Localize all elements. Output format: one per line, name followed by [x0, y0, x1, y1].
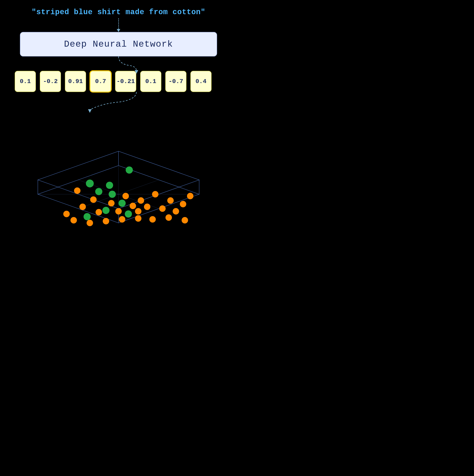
dnn-label: Deep Neural Network [64, 39, 173, 49]
dnn-to-embed-arrow [20, 56, 217, 74]
svg-point-20 [138, 197, 144, 204]
svg-point-41 [109, 191, 116, 198]
svg-point-26 [173, 208, 179, 215]
svg-point-19 [130, 203, 136, 209]
dashed-line-1 [118, 18, 119, 29]
svg-point-43 [125, 210, 132, 218]
svg-point-16 [108, 200, 114, 206]
svg-point-29 [63, 211, 70, 217]
query-to-dnn-arrow [117, 18, 120, 32]
svg-point-24 [159, 205, 166, 212]
svg-point-37 [182, 217, 188, 223]
svg-marker-0 [135, 70, 138, 74]
svg-point-33 [119, 216, 125, 222]
svg-point-34 [135, 215, 141, 222]
diagram: "striped blue shirt made from cotton" De… [11, 4, 226, 234]
svg-point-45 [83, 213, 91, 220]
svg-point-32 [103, 218, 109, 224]
svg-point-12 [74, 187, 81, 194]
svg-point-28 [187, 193, 194, 199]
svg-point-46 [86, 180, 94, 187]
svg-point-14 [80, 204, 86, 210]
svg-point-42 [118, 200, 126, 207]
svg-point-44 [102, 207, 110, 214]
svg-point-17 [115, 208, 122, 215]
dnn-box: Deep Neural Network [20, 32, 217, 56]
query-text: "striped blue shirt made from cotton" [32, 8, 205, 17]
svg-point-13 [90, 196, 97, 203]
arrow-head-1 [117, 29, 120, 32]
svg-point-40 [95, 188, 102, 195]
svg-point-35 [149, 216, 156, 222]
svg-point-15 [96, 209, 102, 215]
svg-point-18 [122, 193, 129, 199]
scatter-plot [20, 108, 217, 230]
svg-point-27 [180, 201, 186, 207]
svg-point-23 [152, 191, 159, 197]
svg-point-25 [167, 197, 174, 204]
svg-point-31 [87, 220, 93, 226]
svg-point-30 [70, 217, 77, 223]
svg-point-21 [135, 208, 141, 215]
svg-point-36 [165, 214, 172, 221]
svg-point-39 [106, 182, 113, 189]
svg-point-38 [126, 167, 133, 174]
svg-point-22 [144, 204, 150, 210]
